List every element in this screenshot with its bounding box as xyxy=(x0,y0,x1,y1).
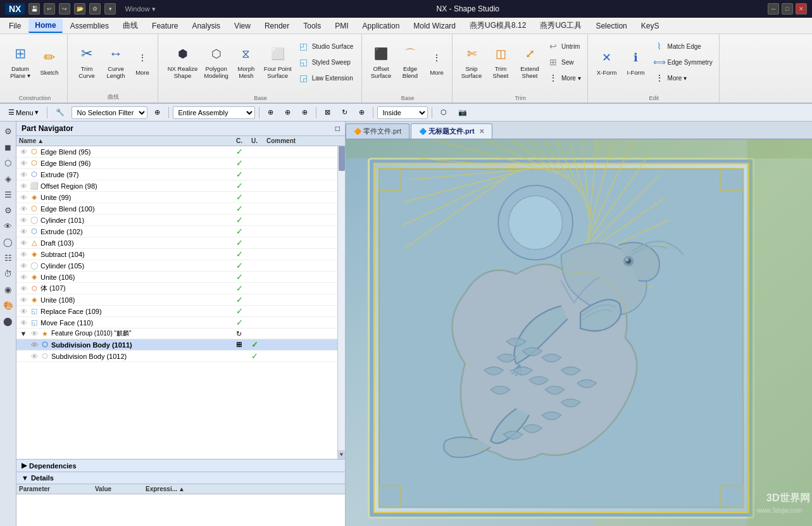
lb-nav-icon[interactable]: ☰ xyxy=(1,187,15,201)
morph-mesh-button[interactable]: ⧖ MorphMesh xyxy=(232,37,260,86)
lb-settings-icon[interactable]: ⚙ xyxy=(1,124,15,138)
selection-filter-icon-button[interactable]: 🔧 xyxy=(51,106,69,118)
datum-plane-button[interactable]: ⊞ DatumPlane ▾ xyxy=(6,37,34,86)
nav-row-replace-face-109[interactable]: 👁 ◱ Replace Face (109) ✓ xyxy=(16,306,345,317)
nav-row-unite-108[interactable]: 👁 ◈ Unite (108) ✓ xyxy=(16,294,345,306)
match-edge-button[interactable]: ⌇ Match Edge xyxy=(651,39,715,53)
menu-toggle-button[interactable]: ☰ Menu ▾ xyxy=(4,106,43,118)
menu-render[interactable]: Render xyxy=(258,20,296,32)
nx-realize-shape-button[interactable]: ⬢ NX RealizeShape xyxy=(165,37,201,86)
sketch-button[interactable]: ✏ Sketch xyxy=(35,37,63,86)
nav-row-offset-region-98[interactable]: 👁 ⬜ Offset Region (98) ✓ xyxy=(16,180,345,192)
snap2-button[interactable]: ⊕ xyxy=(280,106,295,118)
nav-row-edge-blend-96[interactable]: 👁 ⬡ Edge Blend (96) ✓ xyxy=(16,158,345,169)
trim-sheet-button[interactable]: ◫ TrimSheet xyxy=(487,37,515,86)
lb-datum-icon[interactable]: ◈ xyxy=(1,172,15,185)
lb-body-icon[interactable]: ◼ xyxy=(1,140,15,154)
studio-surface-button[interactable]: ◰ Studio Surface xyxy=(296,39,356,53)
menu-yanxiutool[interactable]: 燕秀UG工具 xyxy=(534,18,588,33)
nav-row-cylinder-101[interactable]: 👁 ◯ Cylinder (101) ✓ xyxy=(16,215,345,226)
scroll-thumb[interactable] xyxy=(339,146,345,171)
lb-paint-icon[interactable]: 🎨 xyxy=(1,298,15,312)
menu-curve[interactable]: 曲线 xyxy=(116,18,144,33)
polygon-modeling-button[interactable]: ⬡ PolygonModeling xyxy=(201,37,231,86)
details-header[interactable]: ▼ Details xyxy=(16,472,345,484)
selection-filter-select[interactable]: No Selection Filter xyxy=(72,106,147,119)
camera-button[interactable]: 📷 xyxy=(454,106,472,118)
save-button[interactable]: 💾 xyxy=(28,3,40,15)
lb-clock-icon[interactable]: ⏱ xyxy=(1,266,15,280)
navigator-expand-icon[interactable]: □ xyxy=(335,124,340,133)
extend-sheet-button[interactable]: ⤢ ExtendSheet xyxy=(516,37,544,86)
menu-moldwizard[interactable]: Mold Wizard xyxy=(407,20,462,32)
nav-row-edge-blend-100[interactable]: 👁 ⬡ Edge Blend (100) ✓ xyxy=(16,203,345,215)
dependencies-header[interactable]: ▶ Dependencies xyxy=(16,460,345,472)
view-toggle-button[interactable]: ⊠ xyxy=(320,106,335,118)
assembly-scope-select[interactable]: Entire Assembly xyxy=(173,106,255,119)
nav-row-feature-group-1010[interactable]: ▼ 👁 ★ Feature Group (1010) "麒麟" ↻ xyxy=(16,329,345,339)
edge-symmetry-button[interactable]: ⟺ Edge Symmetry xyxy=(651,55,715,69)
nav-row-edge-blend-95[interactable]: 👁 ⬡ Edge Blend (95) ✓ xyxy=(16,146,345,158)
edit-more-button[interactable]: ⋮ More ▾ xyxy=(651,71,715,85)
tab2-close-icon[interactable]: ✕ xyxy=(479,128,484,135)
edge-more-button[interactable]: ⋮ More xyxy=(425,37,448,86)
lb-rows-icon[interactable]: ☷ xyxy=(1,251,15,265)
toolbar-settings-button[interactable]: ⚙ xyxy=(89,3,101,15)
lb-mesh-icon[interactable]: ⬡ xyxy=(1,156,15,170)
redo-button[interactable]: ↪ xyxy=(59,3,70,15)
curve-length-button[interactable]: ↔ CurveLength xyxy=(102,37,130,86)
menu-yanxiu812[interactable]: 燕秀UG模具8.12 xyxy=(463,18,532,33)
snip-surface-button[interactable]: ✄ SnipSurface xyxy=(458,37,485,86)
lb-filled-icon[interactable]: ⬤ xyxy=(1,314,15,328)
nav-row-subdivision-body-1012[interactable]: 👁 ⬡ Subdivision Body (1012) ✓ xyxy=(16,351,345,362)
trim-more-button[interactable]: ⋮ More ▾ xyxy=(545,71,584,85)
open-button[interactable]: 📂 xyxy=(74,3,85,15)
inside-select[interactable]: Inside xyxy=(377,106,428,119)
edge-blend-button[interactable]: ⌒ EdgeBlend xyxy=(396,37,424,86)
menu-file[interactable]: File xyxy=(3,20,27,32)
menu-application[interactable]: Application xyxy=(356,20,406,32)
navigator-scrollbar[interactable]: ▲ ▼ xyxy=(337,136,345,459)
rotate-button[interactable]: ↻ xyxy=(337,106,352,118)
menu-home[interactable]: Home xyxy=(28,19,62,33)
nav-row-unite-99[interactable]: 👁 ◈ Unite (99) ✓ xyxy=(16,192,345,203)
trim-curve-button[interactable]: ✂ TrimCurve xyxy=(73,37,101,86)
nav-row-extrude-97[interactable]: 👁 ⬡ Extrude (97) ✓ xyxy=(16,169,345,180)
nav-row-draft-103[interactable]: 👁 △ Draft (103) ✓ xyxy=(16,237,345,249)
menu-tools[interactable]: Tools xyxy=(297,20,327,32)
viewport-tab-2[interactable]: 🔷 无标题文件.prt ✕ xyxy=(411,123,492,139)
viewport-tab-1[interactable]: 🔶 零件文件.prt xyxy=(346,123,409,139)
menu-feature[interactable]: Feature xyxy=(146,20,184,32)
minimize-button[interactable]: ─ xyxy=(768,3,779,15)
curve-more-button[interactable]: ⋮ More xyxy=(131,37,154,86)
selection-btn[interactable]: ⊕ xyxy=(150,106,165,118)
menu-analysis[interactable]: Analysis xyxy=(185,20,227,32)
lb-gear-icon[interactable]: ⚙ xyxy=(1,203,15,217)
iform-button[interactable]: ℹ I-Form xyxy=(622,37,650,86)
menu-assemblies[interactable]: Assemblies xyxy=(64,20,115,32)
nav-row-cylinder-105[interactable]: 👁 ◯ Cylinder (105) ✓ xyxy=(16,260,345,272)
sew-button[interactable]: ⊞ Sew xyxy=(545,55,584,69)
menu-selection[interactable]: Selection xyxy=(589,20,633,32)
nav-row-move-face-110[interactable]: 👁 ◱ Move Face (110) ✓ xyxy=(16,317,345,329)
lb-circle-icon[interactable]: ◯ xyxy=(1,235,15,249)
untrim-button[interactable]: ↩ Untrim xyxy=(545,39,584,53)
law-extension-button[interactable]: ◲ Law Extension xyxy=(296,71,356,85)
menu-pmi[interactable]: PMI xyxy=(328,20,354,32)
nav-row-subdivision-body-1011[interactable]: 👁 ⬡ Subdivision Body (1011) ⊞ ✓ xyxy=(16,339,345,351)
maximize-button[interactable]: □ xyxy=(782,3,793,15)
navigator-table[interactable]: Name ▲ C. U. Comment 👁 ⬡ Edge Blend (95)… xyxy=(16,136,345,459)
menu-keys[interactable]: KeyS xyxy=(635,20,666,32)
styled-sweep-button[interactable]: ◱ Styled Sweep xyxy=(296,55,356,69)
scroll-down-button[interactable]: ▼ xyxy=(338,450,346,459)
snap3-button[interactable]: ⊕ xyxy=(297,106,312,118)
undo-button[interactable]: ↩ xyxy=(44,3,55,15)
xform-button[interactable]: ✕ X-Form xyxy=(593,37,621,86)
menu-view[interactable]: View xyxy=(228,20,257,32)
window-menu-button[interactable]: ▾ xyxy=(104,3,116,15)
view-cube-button[interactable]: ⬡ xyxy=(436,106,451,118)
nav-row-subtract-104[interactable]: 👁 ◈ Subtract (104) ✓ xyxy=(16,249,345,260)
zoom-button[interactable]: ⊕ xyxy=(354,106,369,118)
viewport-canvas[interactable]: 3D世界网 www.3dsjw.com xyxy=(346,139,812,526)
nav-row-extrude-102[interactable]: 👁 ⬡ Extrude (102) ✓ xyxy=(16,226,345,237)
